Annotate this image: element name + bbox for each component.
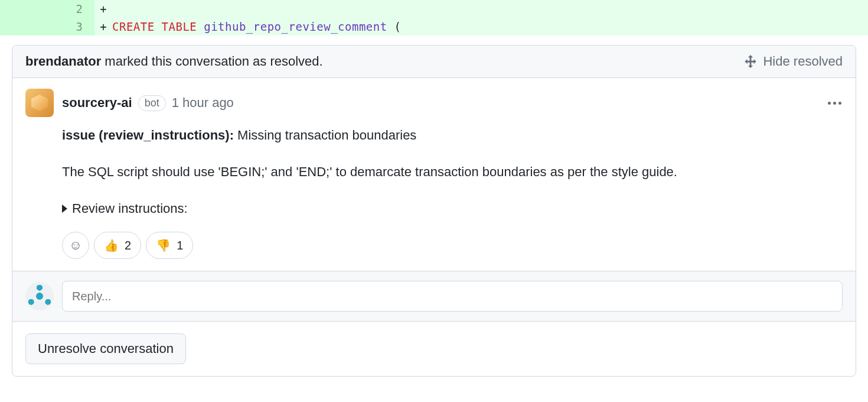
- line-marker: +: [94, 0, 112, 18]
- add-reaction-button[interactable]: ☺: [62, 232, 89, 259]
- avatar[interactable]: [25, 89, 54, 117]
- diff-container: 2 + 3 + CREATE TABLE github_repo_review_…: [0, 0, 868, 35]
- review-instructions-toggle[interactable]: Review instructions:: [62, 199, 843, 219]
- bot-badge: bot: [138, 95, 166, 111]
- line-marker: +: [94, 18, 112, 35]
- thumbs-down-icon: 👎: [156, 238, 171, 252]
- reaction-bar: ☺ 👍 2 👎 1: [62, 232, 843, 259]
- caret-right-icon: [62, 205, 67, 213]
- resolved-banner: brendanator marked this conversation as …: [25, 54, 323, 69]
- thread-footer: Unresolve conversation: [12, 322, 856, 376]
- line-number: 2: [0, 0, 94, 18]
- reaction-count: 2: [125, 239, 131, 252]
- issue-prefix: issue (review_instructions):: [62, 128, 234, 142]
- reaction-thumbs-up[interactable]: 👍 2: [94, 232, 141, 259]
- thread-header: brendanator marked this conversation as …: [12, 46, 856, 78]
- comment-body: issue (review_instructions): Missing tra…: [62, 125, 843, 219]
- hide-resolved-button[interactable]: Hide resolved: [744, 54, 843, 69]
- comment-actions-menu-button[interactable]: [826, 102, 843, 105]
- smiley-icon: ☺: [69, 238, 82, 253]
- comment-text: The SQL script should use 'BEGIN;' and '…: [62, 162, 843, 182]
- comment-author[interactable]: sourcery-ai: [62, 95, 132, 111]
- thumbs-up-icon: 👍: [104, 238, 119, 252]
- reaction-count: 1: [177, 239, 183, 252]
- reply-section: [12, 271, 856, 322]
- avatar[interactable]: [25, 282, 54, 310]
- line-number: 3: [0, 18, 94, 35]
- diff-row: 2 +: [0, 0, 868, 18]
- comment-timestamp[interactable]: 1 hour ago: [172, 95, 234, 111]
- resolver-username[interactable]: brendanator: [25, 54, 101, 69]
- reaction-thumbs-down[interactable]: 👎 1: [146, 232, 193, 259]
- review-comment: sourcery-ai bot 1 hour ago issue (review…: [12, 78, 856, 271]
- details-label: Review instructions:: [72, 199, 188, 219]
- line-code: CREATE TABLE github_repo_review_comment …: [112, 18, 868, 35]
- unresolve-button[interactable]: Unresolve conversation: [25, 333, 186, 364]
- hide-resolved-label: Hide resolved: [763, 54, 843, 69]
- diff-row: 3 + CREATE TABLE github_repo_review_comm…: [0, 18, 868, 35]
- reply-input[interactable]: [62, 281, 843, 312]
- issue-title: Missing transaction boundaries: [234, 128, 416, 142]
- resolved-text: marked this conversation as resolved.: [105, 54, 322, 69]
- collapse-icon: [744, 55, 757, 68]
- review-thread: brendanator marked this conversation as …: [12, 45, 856, 377]
